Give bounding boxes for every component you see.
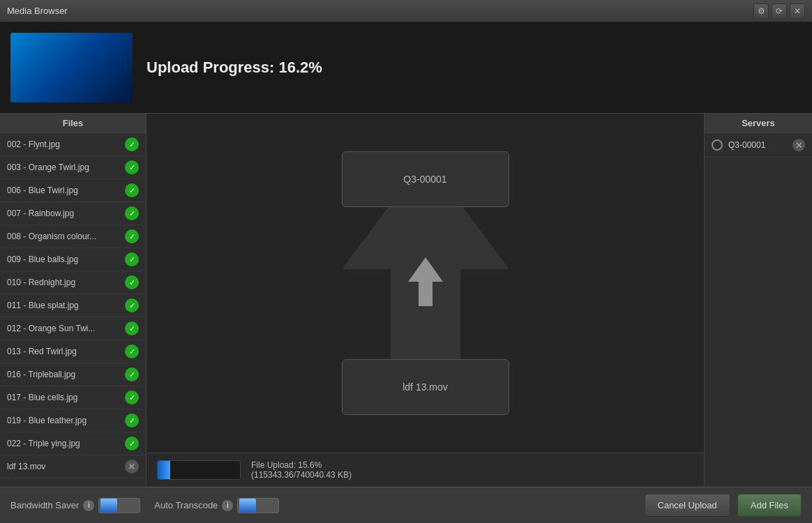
file-name: 010 - Rednight.jpg (7, 278, 125, 287)
add-files-button[interactable]: Add Files (737, 494, 802, 517)
bandwidth-saver-thumb (100, 499, 117, 513)
settings-button[interactable]: ⚙ (753, 3, 769, 19)
auto-transcode-group: Auto Transcode i (154, 498, 279, 513)
file-name: ldf 13.mov (7, 462, 125, 471)
file-progress-bar (158, 461, 170, 479)
file-name: 011 - Blue splat.jpg (7, 301, 125, 310)
auto-transcode-label: Auto Transcode (154, 500, 218, 510)
file-name: 006 - Blue Twirl.jpg (7, 185, 125, 195)
list-item[interactable]: 011 - Blue splat.jpg✓ (0, 294, 146, 317)
file-status-check-icon: ✓ (125, 321, 139, 335)
drop-area[interactable]: Q3-00001 ldf 13.mov (146, 114, 704, 453)
files-panel: Files 002 - Flynt.jpg✓003 - Orange Twirl… (0, 114, 146, 487)
file-status-check-icon: ✓ (125, 391, 139, 404)
file-upload-text: File Upload: 15.6% (115343.36/740040.43 … (251, 460, 352, 480)
bandwidth-saver-info-icon[interactable]: i (83, 500, 94, 511)
file-status-check-icon: ✓ (125, 252, 139, 266)
file-status-check-icon: ✓ (125, 344, 139, 358)
file-name: 013 - Red Twirl.jpg (7, 347, 125, 356)
servers-list: Q3-00001✕ (705, 133, 812, 158)
main-content: Files 002 - Flynt.jpg✓003 - Orange Twirl… (0, 113, 812, 487)
list-item[interactable]: 002 - Flynt.jpg✓ (0, 133, 146, 156)
list-item[interactable]: 019 - Blue feather.jpg✓ (0, 409, 146, 432)
list-item[interactable]: 017 - Blue cells.jpg✓ (0, 386, 146, 409)
file-name: 012 - Orange Sun Twi... (7, 324, 125, 333)
bottom-bar: Bandwidth Saver i Auto Transcode i Cance… (0, 487, 812, 523)
close-button[interactable]: ✕ (790, 3, 805, 19)
list-item[interactable]: 022 - Triple ying.jpg✓ (0, 432, 146, 455)
bottom-left-controls: Bandwidth Saver i Auto Transcode i (10, 498, 279, 513)
file-name: 019 - Blue feather.jpg (7, 416, 125, 425)
file-status-check-icon: ✓ (125, 229, 139, 243)
bandwidth-saver-toggle[interactable] (98, 498, 140, 513)
auto-transcode-toggle[interactable] (237, 498, 279, 513)
files-panel-header: Files (0, 114, 146, 133)
server-radio[interactable] (712, 139, 723, 151)
preview-area: Upload Progress: 16.2% (0, 22, 812, 113)
file-name: 017 - Blue cells.jpg (7, 393, 125, 402)
title-bar: Media Browser ⚙ ⟳ ✕ (0, 0, 812, 22)
file-status-check-icon: ✓ (125, 414, 139, 427)
list-item[interactable]: ldf 13.mov✕ (0, 455, 146, 478)
file-status-check-icon: ✓ (125, 437, 139, 450)
servers-panel-header: Servers (705, 114, 812, 133)
file-name: 016 - Tripleball.jpg (7, 370, 125, 379)
window-controls: ⚙ ⟳ ✕ (753, 3, 805, 19)
file-status-check-icon: ✓ (125, 160, 139, 174)
file-name: 022 - Triple ying.jpg (7, 439, 125, 448)
file-progress-bar-container (157, 460, 241, 480)
list-item[interactable]: 008 - Organism colour...✓ (0, 225, 146, 248)
source-server-box[interactable]: Q3-00001 (342, 151, 509, 207)
file-name: 002 - Flynt.jpg (7, 139, 125, 149)
preview-thumbnail (10, 33, 133, 103)
servers-panel: Servers Q3-00001✕ (704, 114, 812, 487)
file-upload-info: File Upload: 15.6% (115343.36/740040.43 … (146, 453, 704, 487)
auto-transcode-thumb (239, 499, 256, 513)
file-status-check-icon: ✓ (125, 206, 139, 220)
list-item[interactable]: 010 - Rednight.jpg✓ (0, 271, 146, 294)
list-item[interactable]: 013 - Red Twirl.jpg✓ (0, 340, 146, 363)
list-item[interactable]: 006 - Blue Twirl.jpg✓ (0, 179, 146, 202)
refresh-button[interactable]: ⟳ (772, 3, 787, 19)
files-list[interactable]: 002 - Flynt.jpg✓003 - Orange Twirl.jpg✓0… (0, 133, 146, 487)
list-item[interactable]: 007 - Rainbow.jpg✓ (0, 202, 146, 225)
file-name: 009 - Blue balls.jpg (7, 255, 125, 264)
server-remove-icon[interactable]: ✕ (792, 139, 805, 151)
destination-server-box[interactable]: ldf 13.mov (342, 359, 509, 415)
file-status-check-icon: ✓ (125, 275, 139, 289)
list-item[interactable]: 012 - Orange Sun Twi...✓ (0, 317, 146, 340)
list-item[interactable]: 003 - Orange Twirl.jpg✓ (0, 156, 146, 179)
cancel-upload-button[interactable]: Cancel Upload (645, 494, 730, 517)
file-status-check-icon: ✓ (125, 367, 139, 381)
file-status-cancel-icon[interactable]: ✕ (125, 460, 139, 473)
file-name: 007 - Rainbow.jpg (7, 209, 125, 218)
file-status-check-icon: ✓ (125, 298, 139, 312)
server-name: Q3-00001 (728, 140, 787, 150)
bandwidth-saver-group: Bandwidth Saver i (10, 498, 140, 513)
server-item[interactable]: Q3-00001✕ (705, 133, 812, 158)
file-status-check-icon: ✓ (125, 137, 139, 151)
bandwidth-saver-label: Bandwidth Saver (10, 500, 79, 510)
svg-marker-1 (408, 257, 443, 306)
list-item[interactable]: 009 - Blue balls.jpg✓ (0, 248, 146, 271)
window-title: Media Browser (7, 6, 68, 16)
file-name: 003 - Orange Twirl.jpg (7, 162, 125, 172)
center-panel: Q3-00001 ldf 13.mov File Upload: 15.6% (… (146, 114, 704, 487)
auto-transcode-info-icon[interactable]: i (222, 500, 233, 511)
file-status-check-icon: ✓ (125, 183, 139, 197)
bottom-right-controls: Cancel Upload Add Files (645, 494, 802, 517)
file-name: 008 - Organism colour... (7, 232, 125, 241)
list-item[interactable]: 016 - Tripleball.jpg✓ (0, 363, 146, 386)
upload-arrow (405, 254, 446, 312)
upload-progress-text: Upload Progress: 16.2% (146, 59, 322, 77)
